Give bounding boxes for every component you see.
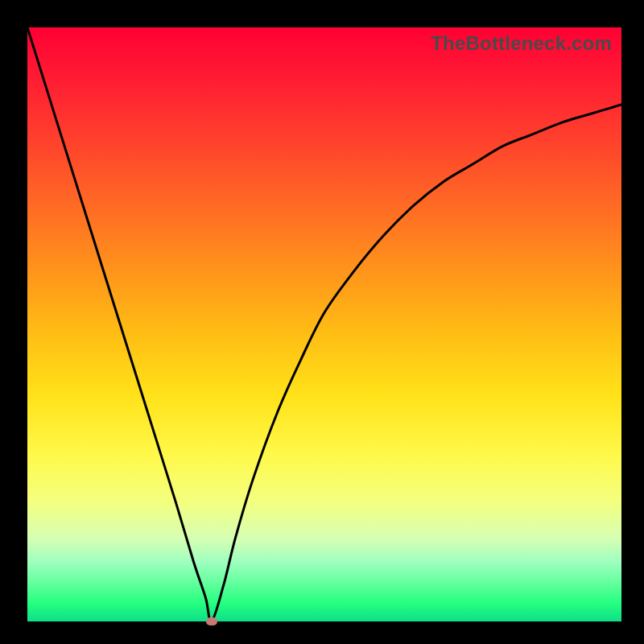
minimum-marker	[206, 617, 217, 625]
chart-frame: TheBottleneck.com	[0, 0, 644, 644]
plot-area: TheBottleneck.com	[27, 27, 621, 621]
bottleneck-curve	[27, 27, 621, 621]
curve-path	[27, 27, 621, 621]
